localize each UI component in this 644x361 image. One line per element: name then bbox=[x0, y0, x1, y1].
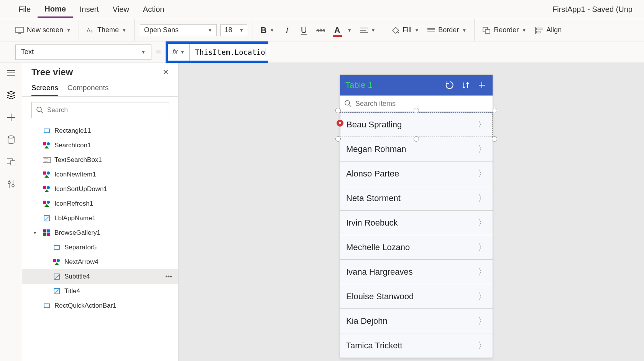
tree-item-icon bbox=[43, 229, 51, 237]
tree-item[interactable]: LblAppName1 bbox=[22, 211, 178, 226]
font-size-select[interactable]: 18 ▼ bbox=[220, 24, 247, 36]
expand-icon[interactable]: ▾ bbox=[34, 230, 39, 236]
menu-action[interactable]: Action bbox=[136, 2, 171, 17]
main-area: Tree view ✕ Screens Components Rectangle… bbox=[0, 63, 644, 361]
tree-item-label: Subtitle4 bbox=[64, 273, 90, 280]
text-align-button[interactable]: ▼ bbox=[358, 25, 378, 36]
fill-button[interactable]: Fill ▼ bbox=[389, 24, 421, 36]
svg-rect-12 bbox=[537, 28, 542, 30]
tree-item-icon bbox=[53, 287, 61, 295]
tree-item[interactable]: Title4 bbox=[22, 284, 178, 298]
chevron-down-icon: ▼ bbox=[66, 28, 71, 33]
new-screen-button[interactable]: New screen ▼ bbox=[13, 24, 73, 36]
chevron-right-icon: 〉 bbox=[478, 217, 486, 229]
gallery-item-name: Tamica Trickett bbox=[346, 341, 402, 351]
strikethrough-button[interactable]: abc bbox=[314, 24, 327, 37]
tree-item[interactable]: Separator5 bbox=[22, 240, 178, 255]
theme-button[interactable]: Aₐ Theme ▼ bbox=[84, 24, 129, 36]
tree-view-icon[interactable] bbox=[5, 89, 17, 101]
tree-item[interactable]: Subtitle4••• bbox=[22, 269, 178, 284]
tree-item[interactable]: ▾BrowseGallery1 bbox=[22, 226, 178, 240]
reorder-button[interactable]: Reorder ▼ bbox=[480, 24, 529, 36]
more-icon[interactable]: ••• bbox=[165, 273, 172, 280]
tree-search[interactable] bbox=[31, 102, 169, 118]
tree-item-icon bbox=[43, 200, 51, 208]
font-color-button[interactable]: A▼ bbox=[331, 23, 354, 38]
chevron-right-icon: 〉 bbox=[478, 193, 486, 204]
media-icon[interactable] bbox=[5, 156, 17, 168]
sort-icon[interactable] bbox=[460, 80, 471, 91]
gallery-item-name: Elouise Stanwood bbox=[346, 292, 414, 302]
fill-label: Fill bbox=[402, 26, 411, 34]
gallery-item[interactable]: Neta Storment〉 bbox=[340, 186, 493, 211]
menu-file[interactable]: File bbox=[12, 2, 38, 17]
tree-item-icon bbox=[53, 244, 61, 251]
gallery-item[interactable]: Kia Dejohn〉 bbox=[340, 309, 493, 333]
data-icon[interactable] bbox=[5, 134, 17, 146]
svg-point-30 bbox=[47, 142, 50, 145]
svg-point-6 bbox=[398, 32, 399, 33]
canvas[interactable]: Table 1 ✕Beau Spratling〉Megan Rohman〉Alo… bbox=[179, 63, 644, 361]
app-search[interactable] bbox=[340, 96, 493, 112]
font-family-select[interactable]: Open Sans ▼ bbox=[140, 24, 217, 36]
chevron-down-icon: ▼ bbox=[270, 28, 274, 33]
formula-input-highlight: fx ▼ bbox=[166, 41, 268, 63]
tab-screens[interactable]: Screens bbox=[31, 81, 58, 96]
hamburger-icon[interactable] bbox=[5, 67, 17, 79]
fx-label[interactable]: fx ▼ bbox=[168, 44, 190, 61]
italic-button[interactable]: I bbox=[281, 24, 294, 37]
tree-search-input[interactable] bbox=[47, 106, 164, 114]
tree-item[interactable]: IconRefresh1 bbox=[22, 196, 178, 211]
menu-home[interactable]: Home bbox=[38, 2, 73, 18]
svg-rect-44 bbox=[43, 233, 46, 236]
tree-item[interactable]: NextArrow4 bbox=[22, 255, 178, 269]
reorder-icon bbox=[482, 26, 491, 34]
align-button[interactable]: Align bbox=[532, 24, 564, 36]
gallery-item[interactable]: ✕Beau Spratling〉 bbox=[340, 112, 493, 137]
insert-icon[interactable] bbox=[5, 111, 17, 124]
fill-icon bbox=[391, 26, 399, 34]
tree-item[interactable]: IconSortUpDown1 bbox=[22, 182, 178, 196]
chevron-right-icon: 〉 bbox=[478, 266, 486, 278]
tree-item[interactable]: TextSearchBox1 bbox=[22, 153, 178, 167]
settings-icon[interactable] bbox=[5, 178, 17, 190]
error-icon: ✕ bbox=[337, 120, 343, 127]
theme-icon: Aₐ bbox=[87, 26, 94, 34]
gallery-item[interactable]: Alonso Partee〉 bbox=[340, 162, 493, 186]
chevron-down-icon: ▼ bbox=[141, 49, 146, 55]
gallery-item[interactable]: Mechelle Lozano〉 bbox=[340, 235, 493, 260]
tree-item[interactable]: Rectangle11 bbox=[22, 124, 178, 138]
tree-item[interactable]: SearchIcon1 bbox=[22, 138, 178, 153]
gallery-item[interactable]: Ivana Hargreaves〉 bbox=[340, 260, 493, 284]
add-icon[interactable] bbox=[476, 80, 487, 91]
tree-item[interactable]: RectQuickActionBar1 bbox=[22, 298, 178, 313]
tab-components[interactable]: Components bbox=[67, 81, 109, 96]
text-caret bbox=[266, 48, 266, 56]
svg-rect-39 bbox=[43, 201, 46, 204]
align-objects-icon bbox=[535, 27, 543, 34]
chevron-right-icon: 〉 bbox=[478, 242, 486, 253]
tree-item-label: LblAppName1 bbox=[54, 214, 96, 222]
gallery-item[interactable]: Irvin Roebuck〉 bbox=[340, 211, 493, 235]
border-button[interactable]: Border ▼ bbox=[425, 24, 469, 36]
svg-line-55 bbox=[349, 105, 351, 107]
gallery-item[interactable]: Megan Rohman〉 bbox=[340, 137, 493, 162]
menu-view[interactable]: View bbox=[106, 2, 136, 17]
close-icon[interactable]: ✕ bbox=[163, 68, 169, 77]
property-selector[interactable]: Text ▼ bbox=[15, 45, 151, 60]
underline-button[interactable]: U bbox=[297, 24, 310, 37]
tree-item-label: Rectangle11 bbox=[54, 127, 91, 135]
menu-insert[interactable]: Insert bbox=[73, 2, 106, 17]
gallery-item[interactable]: Tamica Trickett〉 bbox=[340, 333, 493, 358]
chevron-right-icon: 〉 bbox=[478, 168, 486, 180]
bold-button[interactable]: B▼ bbox=[258, 23, 277, 38]
gallery-item[interactable]: Elouise Stanwood〉 bbox=[340, 284, 493, 309]
chevron-right-icon: 〉 bbox=[478, 119, 486, 130]
app-search-input[interactable] bbox=[355, 100, 488, 108]
refresh-icon[interactable] bbox=[444, 80, 455, 91]
tree-item[interactable]: IconNewItem1 bbox=[22, 167, 178, 182]
formula-input[interactable] bbox=[190, 44, 270, 61]
svg-rect-28 bbox=[44, 129, 49, 133]
svg-rect-37 bbox=[43, 186, 46, 189]
tree-item-icon bbox=[53, 258, 61, 266]
